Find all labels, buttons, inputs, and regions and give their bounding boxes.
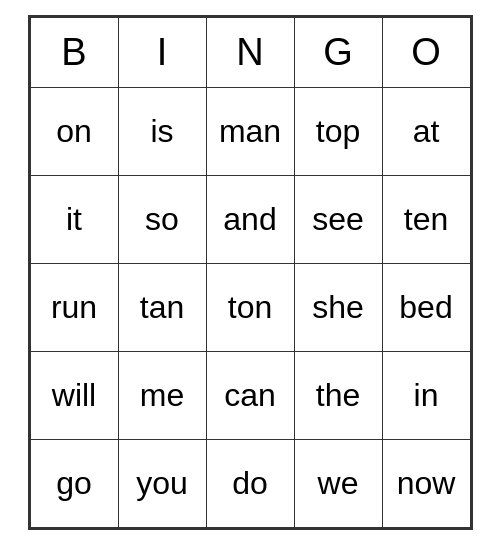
table-row: goyoudowenow — [30, 439, 470, 527]
table-cell: the — [294, 351, 382, 439]
table-cell: ten — [382, 175, 470, 263]
header-o: O — [382, 17, 470, 87]
table-cell: top — [294, 87, 382, 175]
bingo-card: B I N G O onismantopatitsoandseetenrunta… — [28, 15, 473, 530]
table-cell: at — [382, 87, 470, 175]
table-cell: tan — [118, 263, 206, 351]
table-cell: it — [30, 175, 118, 263]
table-cell: me — [118, 351, 206, 439]
header-n: N — [206, 17, 294, 87]
bingo-table: B I N G O onismantopatitsoandseetenrunta… — [30, 17, 471, 528]
table-cell: man — [206, 87, 294, 175]
table-cell: so — [118, 175, 206, 263]
header-i: I — [118, 17, 206, 87]
table-cell: will — [30, 351, 118, 439]
bingo-body: onismantopatitsoandseetenruntantonshebed… — [30, 87, 470, 527]
table-cell: run — [30, 263, 118, 351]
header-g: G — [294, 17, 382, 87]
table-row: onismantopat — [30, 87, 470, 175]
table-cell: we — [294, 439, 382, 527]
header-b: B — [30, 17, 118, 87]
table-cell: now — [382, 439, 470, 527]
table-cell: go — [30, 439, 118, 527]
table-cell: you — [118, 439, 206, 527]
table-cell: can — [206, 351, 294, 439]
table-cell: bed — [382, 263, 470, 351]
table-cell: on — [30, 87, 118, 175]
table-row: willmecanthein — [30, 351, 470, 439]
header-row: B I N G O — [30, 17, 470, 87]
table-row: itsoandseeten — [30, 175, 470, 263]
table-cell: in — [382, 351, 470, 439]
table-cell: is — [118, 87, 206, 175]
table-cell: see — [294, 175, 382, 263]
table-cell: and — [206, 175, 294, 263]
table-cell: ton — [206, 263, 294, 351]
table-cell: she — [294, 263, 382, 351]
table-row: runtantonshebed — [30, 263, 470, 351]
table-cell: do — [206, 439, 294, 527]
